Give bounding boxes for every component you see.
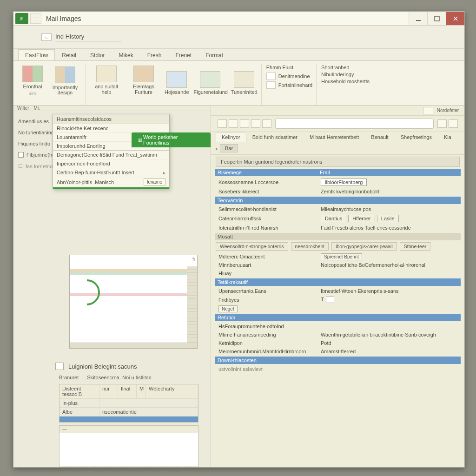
maximize-button[interactable] (427, 12, 446, 25)
property-row[interactable]: Hluay (216, 269, 460, 278)
property-row[interactable]: Sosebers·ikkerectZemtk kvetorigllronbobo… (216, 187, 460, 196)
property-row[interactable]: Neget (216, 304, 460, 313)
ribbon-tab[interactable]: Frenet (168, 49, 198, 60)
table-header[interactable]: nur (99, 384, 118, 399)
section-icon (55, 363, 64, 370)
property-category[interactable]: Tetälkrekautlf (215, 278, 461, 286)
template-button[interactable]: Elemtags Furiture (127, 66, 160, 95)
property-row[interactable]: Kosssosnamne LoccersoeliblöörFicentberg (216, 177, 460, 187)
vertical-ruler[interactable] (187, 266, 197, 343)
property-tabs: Kelinyor Bold funh sdastimer M baut Hemr… (211, 132, 464, 142)
menu-item[interactable]: Certino·Rep·fumr·Hasfl·unttt Insert▸ (53, 168, 169, 177)
close-button[interactable] (446, 12, 464, 25)
property-row[interactable]: Sellmmecolltet·hondianistMilealmaychtucs… (216, 205, 460, 213)
context-menu-header: Huansmitinsecolsidacos (53, 114, 169, 124)
search-input[interactable] (275, 119, 434, 129)
left-toolbar: Wilter Mi. (13, 106, 211, 111)
property-row[interactable]: HsForaupromuntehe·odtoInd (216, 322, 460, 331)
ruled-input-area[interactable]: — (59, 425, 198, 467)
table-header[interactable]: M (137, 384, 146, 399)
template-button[interactable]: Figurenetalund (194, 71, 226, 95)
property-footer: ustvolinint aslavlevt (216, 365, 460, 373)
menu-item[interactable]: Inpercormon·Fonerflord (53, 159, 169, 168)
template-button[interactable]: Tuneninited (231, 71, 258, 95)
table-header[interactable]: Ilnal (118, 384, 137, 399)
property-value-field[interactable]: liblöörFicentberg (321, 178, 367, 186)
table-row[interactable]: In-plus (60, 399, 198, 408)
panel-icon-button[interactable] (423, 107, 433, 114)
property-tab[interactable]: Bold funh sdastimer (246, 132, 304, 142)
color-swatch[interactable] (326, 297, 334, 303)
toolbar-icon[interactable] (251, 119, 260, 128)
table-header[interactable]: Wetecharty (146, 384, 198, 399)
toolbar-icon[interactable] (229, 119, 238, 128)
property-tab[interactable]: Benauit (365, 132, 394, 142)
table-header[interactable]: Disteent tessoc B (60, 384, 99, 399)
property-row[interactable]: Upensecrrtanio.EansIbnestief·Wtoen·Ekere… (216, 287, 460, 295)
ribbon-item[interactable]: Household moshertts (321, 79, 370, 84)
template-button[interactable]: and suitall help (90, 66, 123, 95)
chip[interactable]: Dantius (321, 215, 346, 222)
ribbon-tab[interactable]: Retail (55, 49, 83, 60)
pill[interactable]: Sthne·teer (400, 242, 430, 251)
property-action-button[interactable]: Neget (218, 305, 238, 312)
toolbar-icon[interactable] (262, 119, 271, 128)
doc-icon: ▭ (41, 33, 52, 41)
property-row[interactable]: Mfime·FananessmoedingWaenthn·getobilelia… (216, 331, 460, 339)
property-tab[interactable]: Shepfrsetings (395, 132, 438, 142)
property-action-button[interactable]: Sprennet Bpennt (321, 253, 362, 260)
pill[interactable]: ibon·gyopegis·carer·peaall (331, 242, 397, 251)
property-tab[interactable]: M baut Hemretentbett (304, 132, 365, 142)
ribbon-tab[interactable]: EastFlow (18, 49, 55, 60)
toolbar-icon[interactable] (240, 119, 249, 128)
horizontal-ruler[interactable] (60, 466, 198, 467)
chip[interactable]: Hfferner (348, 215, 375, 222)
property-category[interactable]: Teorvamrin (215, 197, 461, 204)
ribbon-item[interactable]: Denitmendine (266, 73, 312, 80)
menu-item[interactable]: Demagone(Genec·liStid·Fund Treat_switinm (53, 151, 169, 159)
property-category[interactable]: Refutidr (215, 314, 461, 321)
property-category[interactable]: RisiemegeFrait (215, 169, 461, 176)
toolbar-icon[interactable] (218, 119, 227, 128)
ribbon-tab[interactable]: Stdior (83, 49, 112, 60)
pill[interactable]: Weensoltrd·n·stronge·boterris (216, 242, 288, 251)
window-title: Mail Images (44, 15, 81, 22)
checkbox-icon[interactable] (18, 152, 24, 158)
style-button[interactable]: Importantly design (49, 66, 81, 96)
style-button[interactable]: Eronthal sim (21, 66, 44, 96)
property-tab[interactable]: Kia (438, 132, 457, 142)
ribbon-tab[interactable]: Format (198, 49, 230, 60)
group-header: Ehmm Fluct (266, 65, 312, 70)
ribbon-tab[interactable]: Mikek (112, 49, 140, 60)
property-subtab[interactable]: Bar (220, 144, 238, 152)
menu-item[interactable]: Rinocid·the·Ket-recenc (53, 124, 169, 133)
active-sheet-tab[interactable]: ▥World perksher Founeilinas (132, 132, 211, 147)
context-menu: Huansmitinsecolsidacos Rinocid·the·Ket-r… (53, 114, 170, 189)
property-row[interactable]: Meiornemunhmnid.Mantitridl·tirnbrcornAma… (216, 347, 460, 356)
toolbar-icon[interactable] (449, 119, 458, 128)
minimize-button[interactable] (409, 12, 427, 25)
property-category[interactable]: Downi·thlacosten (215, 357, 461, 364)
template-button[interactable]: Hojesande (165, 71, 189, 95)
ribbon-tab[interactable]: Fresh (140, 49, 169, 60)
property-row[interactable]: FridibyesT (216, 295, 460, 304)
property-row[interactable]: MinnberuusartNoicoposof·iche·BoCefermene… (216, 261, 460, 269)
property-category[interactable]: Mosatt (215, 233, 461, 240)
menu-mini-button[interactable]: Iename (144, 178, 165, 185)
table-row[interactable]: Albensecomationtie (60, 408, 198, 416)
ribbon-item[interactable]: Fortalnlinehard (266, 81, 312, 89)
property-row[interactable]: Mdlererc·OmacteentSprennet Bpennt (216, 252, 460, 261)
horizontal-scrollbar[interactable] (69, 343, 198, 349)
property-tab[interactable]: Kelinyor (216, 132, 246, 142)
chip[interactable]: Lasile (377, 215, 399, 222)
property-subtabs: ▸ Bar (211, 142, 464, 155)
property-row[interactable]: KetnidiponPotd (216, 339, 460, 347)
property-row[interactable]: Ioteratnithn·r'll·rod·NanirshFaid·Freseb… (216, 224, 460, 232)
toolbar-icon[interactable] (437, 119, 447, 128)
pill[interactable]: neesbrokbent (291, 242, 329, 251)
ribbon-item[interactable]: Nihutinderingy (321, 72, 370, 77)
menu-item[interactable]: AbnYolnor·pittis .ManischIename (53, 177, 169, 187)
property-row[interactable]: Cateor·linrrd·uffsskDantiusHffernerLasil… (216, 213, 460, 224)
quick-access-button[interactable]: ⋯ (30, 13, 41, 24)
ribbon-item[interactable]: Shortranhed (321, 65, 370, 70)
